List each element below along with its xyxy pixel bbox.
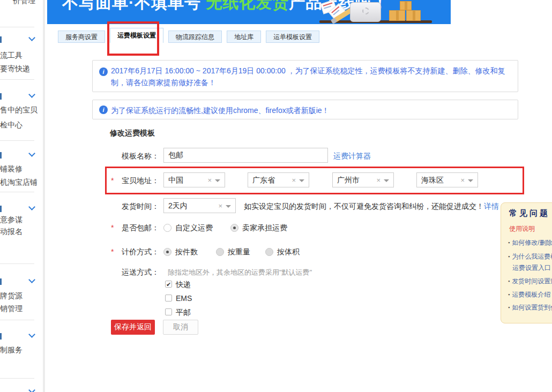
radio-custom-freight-label: 自定义运费	[175, 223, 213, 233]
tab-service-provider[interactable]: 服务商设置	[58, 31, 105, 43]
sidebar-item[interactable]: 动报名	[0, 227, 23, 237]
chevron-down-icon	[28, 276, 35, 283]
chevron-down-icon	[28, 34, 35, 41]
sidebar-item[interactable]: 意参谋	[0, 215, 23, 225]
page-title: 修改运费模板	[110, 129, 155, 138]
sidebar-item[interactable]: 售中的宝贝	[0, 105, 38, 115]
checkbox-ems[interactable]	[165, 295, 172, 301]
bullet-icon: ▪	[508, 305, 510, 310]
faq-item[interactable]: ▪如何修改/删除运费模板	[508, 238, 552, 247]
delivery-time-select[interactable]: 2天内 ×	[163, 198, 236, 213]
checkbox-ems-label: EMS	[176, 294, 192, 303]
sidebar-divider	[0, 320, 34, 320]
dropdown-arrow-icon[interactable]	[384, 179, 389, 182]
faq-title: 常见问题	[509, 208, 550, 218]
sidebar-group-header[interactable]	[0, 92, 43, 101]
chevron-down-icon	[28, 150, 35, 157]
shipping-method-tip: 除指定地区外，其余地区的运费采用"默认运费"	[168, 268, 312, 277]
tab-logistics-tracking[interactable]: 物流跟踪信息	[168, 31, 222, 43]
address-select-district[interactable]: 海珠区 ×	[416, 172, 478, 187]
address-select-city[interactable]: 广州市 ×	[332, 172, 394, 187]
clear-icon[interactable]: ×	[207, 176, 212, 184]
dropdown-arrow-icon[interactable]	[226, 205, 231, 208]
radio-custom-freight[interactable]	[163, 224, 171, 232]
sidebar-item[interactable]: 销管理	[0, 304, 23, 314]
checkbox-express[interactable]: ✔	[165, 281, 172, 288]
radio-by-volume-label: 按体积	[277, 247, 300, 257]
radio-seller-pays[interactable]	[230, 224, 238, 232]
chevron-down-icon	[28, 331, 35, 338]
group-label-clipped	[0, 93, 2, 100]
clear-icon[interactable]: ×	[218, 202, 222, 210]
sidebar-item[interactable]: 流工具	[0, 51, 23, 61]
dropdown-arrow-icon[interactable]	[215, 179, 220, 182]
usage-instructions-link[interactable]: 使用说明	[509, 224, 535, 233]
details-link[interactable]: 详情	[484, 202, 499, 210]
sidebar-group-header[interactable]	[0, 277, 43, 286]
sidebar-group-header[interactable]	[0, 151, 43, 160]
checkbox-surface-mail[interactable]	[165, 308, 172, 315]
radio-by-piece[interactable]	[163, 248, 171, 256]
sidebar-item[interactable]: 检中心	[0, 120, 23, 130]
faq-item[interactable]: ▪运费模板介绍	[508, 290, 550, 299]
cancel-button[interactable]: 取消	[163, 320, 198, 335]
radio-by-piece-label: 按件数	[175, 247, 198, 257]
sidebar-item[interactable]: 铺装修	[0, 164, 23, 174]
promo-banner[interactable]: 不写面单·不填单号 无纸化发货产品上线啦！	[47, 0, 451, 24]
checkbox-surface-mail-label: 平邮	[176, 308, 191, 318]
faq-item[interactable]: ▪为什么我运费模板上的	[508, 252, 552, 261]
delivery-time-tip: 如实设定宝贝的发货时间，不仅可避免发货咨询和纠纷，还能促进成交！详情	[244, 202, 499, 212]
save-and-return-button[interactable]: 保存并返回	[111, 320, 155, 335]
radio-by-volume[interactable]	[265, 248, 273, 256]
radio-by-weight-label: 按重量	[228, 247, 250, 257]
bullet-icon: ▪	[508, 240, 510, 245]
sidebar-item[interactable]: 牌货源	[0, 291, 23, 301]
tab-shipping-template[interactable]: 运费模板设置	[110, 28, 163, 43]
bullet-icon: ▪	[508, 292, 510, 297]
system-notice-1: i 2017年6月17日 16:00:00 ~ 2017年6月19日 00:00…	[92, 60, 518, 92]
sidebar-divider	[0, 192, 34, 192]
sidebar-divider	[0, 27, 34, 27]
faq-item-wrap-line[interactable]: 运费设置入口	[512, 263, 551, 273]
sidebar-divider	[0, 378, 34, 379]
chevron-down-icon	[28, 91, 35, 98]
sidebar-group-header[interactable]	[0, 388, 43, 392]
group-label-clipped	[0, 206, 2, 212]
pricing-method-label: 计价方式：	[102, 247, 159, 257]
chevron-down-icon	[28, 387, 35, 392]
radio-by-weight[interactable]	[216, 248, 224, 256]
tab-waybill-template[interactable]: 运单模板设置	[266, 31, 319, 43]
address-select-province[interactable]: 广东省 ×	[248, 172, 309, 187]
sidebar-item[interactable]: 机淘宝店铺	[0, 178, 38, 187]
sidebar-item[interactable]: 制服务	[0, 345, 23, 355]
dropdown-arrow-icon[interactable]	[468, 179, 473, 182]
dropdown-arrow-icon[interactable]	[299, 179, 304, 182]
checkbox-express-label: 快递	[176, 280, 191, 290]
clear-icon[interactable]: ×	[292, 176, 296, 184]
faq-item[interactable]: ▪如何设置货到付款	[508, 303, 552, 312]
shipping-method-label: 运送方式：	[102, 268, 159, 277]
clear-icon[interactable]: ×	[460, 176, 465, 184]
delivery-time-label: 发货时间：	[102, 202, 159, 212]
free-shipping-label: 是否包邮：	[102, 223, 159, 233]
sidebar-group-header[interactable]	[0, 332, 43, 341]
sidebar-group-header[interactable]	[0, 205, 43, 213]
printer-icon	[350, 2, 381, 22]
seller-admin-page: 价管理 流工具 要寄快递 售中的宝贝 检中心 铺装修 机淘宝店铺 意参谋 动报名	[0, 0, 552, 392]
bullet-icon: ▪	[508, 254, 510, 259]
sidebar-group-header[interactable]	[0, 35, 43, 44]
radio-seller-pays-label: 卖家承担运费	[242, 223, 287, 233]
sidebar-item[interactable]: 要寄快递	[0, 64, 30, 74]
tab-address-book[interactable]: 地址库	[227, 31, 261, 43]
info-icon: i	[99, 105, 108, 114]
freight-calculator-link[interactable]: 运费计算器	[333, 152, 371, 161]
sidebar-divider	[0, 79, 34, 80]
address-select-country[interactable]: 中国 ×	[163, 172, 225, 187]
group-label-clipped	[0, 333, 2, 340]
group-label-clipped	[0, 152, 2, 159]
sidebar-divider	[0, 263, 34, 264]
clear-icon[interactable]: ×	[376, 176, 381, 184]
sidebar-item-top[interactable]: 价管理	[13, 0, 35, 6]
template-name-input[interactable]	[163, 148, 328, 163]
faq-item[interactable]: ▪发货时间设置规则	[508, 277, 552, 286]
